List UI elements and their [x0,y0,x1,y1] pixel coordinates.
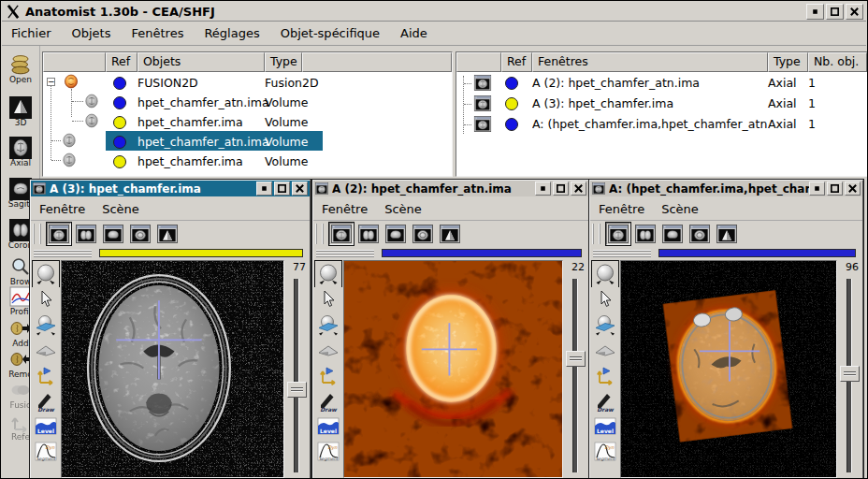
menu-aide[interactable]: Aide [400,26,427,40]
select-tool[interactable] [33,286,59,312]
toolbar-3d[interactable]: 3D [2,96,39,127]
level-tool[interactable] [592,413,618,438]
select-tool[interactable] [315,286,341,312]
draw-tool[interactable] [592,387,618,413]
view-sagittal-button[interactable] [101,223,125,245]
maximize-button[interactable] [826,4,844,20]
menu-scene[interactable]: Scène [102,202,139,216]
view-coronal-button[interactable] [633,223,658,245]
column-header-tree[interactable] [43,52,106,72]
toolbar-open[interactable]: Open [2,53,39,84]
menu-fenetre[interactable]: Fenêtre [599,202,644,216]
column-header-ref[interactable]: Ref [501,52,532,72]
cut-plane-tool[interactable] [592,312,618,337]
toolbar-grip[interactable] [315,224,324,244]
view-axial-button[interactable] [47,223,71,245]
segment-tool[interactable] [592,438,618,463]
mri-slice-view[interactable] [61,260,284,478]
fusion-slice-view[interactable] [620,260,837,478]
object-row[interactable]: hpet_chamfer.ima Volume [43,151,452,170]
dock-grip[interactable] [593,249,651,257]
cut-plane-tool[interactable] [33,312,59,337]
slider-handle[interactable] [287,382,307,398]
toolbar-grip[interactable] [33,224,41,244]
toolbar-grip[interactable] [592,224,600,244]
segment-tool[interactable] [315,438,341,463]
column-header-fenetres[interactable]: Fenêtres [532,52,768,72]
titlebar[interactable]: Anatomist 1.30b - CEA/SHFJ [2,2,866,22]
menu-fenetre[interactable]: Fenêtre [322,202,368,216]
window-row[interactable]: A: (hpet_chamfer.ima,hpet_chamfer_atn...… [456,113,867,134]
object-row[interactable]: − FUSION2D Fusion2D [43,72,452,92]
segment-tool[interactable] [33,438,59,463]
object-row[interactable]: hpet_chamfer.ima Volume [43,111,452,131]
minimize-button[interactable] [256,181,272,196]
viewer-titlebar[interactable]: A (3): hpet_chamfer.ima [31,181,310,196]
column-header-objets[interactable]: Objets [137,52,265,72]
level-tool[interactable] [315,413,341,438]
menu-scene[interactable]: Scène [661,202,699,216]
slider-track[interactable] [572,279,578,472]
view-sagittal-button[interactable] [660,223,685,245]
flip-tool[interactable] [33,362,59,387]
slider-track[interactable] [294,279,299,472]
column-header-type[interactable]: Type [265,52,302,72]
object-row[interactable]: hpet_chamfer_atn.ima Volume [43,92,452,111]
toolbar-axial[interactable]: Axial [2,137,39,167]
view-axial-button[interactable] [329,223,354,245]
column-header-nbobj[interactable]: Nb. obj. [808,52,867,72]
slider-handle[interactable] [566,351,586,367]
window-row[interactable]: A (2): hpet_chamfer_atn.ima Axial 1 [456,72,867,93]
view-3d-button[interactable] [155,223,180,245]
close-button[interactable] [292,181,308,196]
trackball-tool[interactable] [315,261,341,286]
slider-track[interactable] [846,279,852,472]
cut-plane-tool[interactable] [315,312,341,337]
menu-fichier[interactable]: Fichier [11,26,51,40]
view-oblique-button[interactable] [687,223,712,245]
dock-grip[interactable] [34,249,92,257]
trackball-tool[interactable] [33,261,59,286]
close-button[interactable] [845,181,861,196]
plane-tool[interactable] [315,337,341,362]
view-3d-button[interactable] [715,223,739,245]
viewer-titlebar[interactable]: A (2): hpet_chamfer_atn.ima [313,181,588,196]
minimize-button[interactable] [535,181,551,196]
slider-handle[interactable] [840,366,860,382]
pet-slice-view[interactable] [343,260,563,478]
view-coronal-button[interactable] [356,223,381,245]
menu-scene[interactable]: Scène [384,202,422,216]
window-row[interactable]: A (3): hpet_chamfer.ima Axial 1 [456,93,867,113]
view-axial-button[interactable] [606,223,630,245]
draw-tool[interactable] [315,387,341,413]
menu-objet-specifique[interactable]: Objet-spécifique [281,26,380,40]
close-button[interactable] [846,4,863,20]
plane-tool[interactable] [33,337,59,362]
view-sagittal-button[interactable] [383,223,408,245]
flip-tool[interactable] [315,362,341,387]
column-header-tree[interactable] [456,52,501,72]
close-button[interactable] [571,181,586,196]
view-coronal-button[interactable] [74,223,98,245]
viewer-titlebar[interactable]: A: (hpet_chamfer.ima,hpet_chamfer [590,181,862,196]
tree-expander[interactable]: − [47,78,55,86]
menu-fenetres[interactable]: Fenêtres [131,26,183,40]
view-3d-button[interactable] [438,223,462,245]
draw-tool[interactable] [33,387,59,413]
select-tool[interactable] [592,286,618,312]
minimize-button[interactable] [809,181,825,196]
menu-objets[interactable]: Objets [72,26,111,40]
menu-fenetre[interactable]: Fenêtre [39,202,85,216]
object-row-selected[interactable]: hpet_chamfer_atn.ima Volume [43,131,452,151]
view-oblique-button[interactable] [128,223,152,245]
menu-reglages[interactable]: Réglages [204,26,259,40]
maximize-button[interactable] [274,181,290,196]
column-header-type[interactable]: Type [768,52,808,72]
minimize-button[interactable] [806,4,824,20]
plane-tool[interactable] [592,337,618,362]
flip-tool[interactable] [592,362,618,387]
dock-grip[interactable] [316,249,374,257]
trackball-tool[interactable] [592,261,618,286]
column-header-ref[interactable]: Ref [106,52,137,72]
maximize-button[interactable] [553,181,569,196]
